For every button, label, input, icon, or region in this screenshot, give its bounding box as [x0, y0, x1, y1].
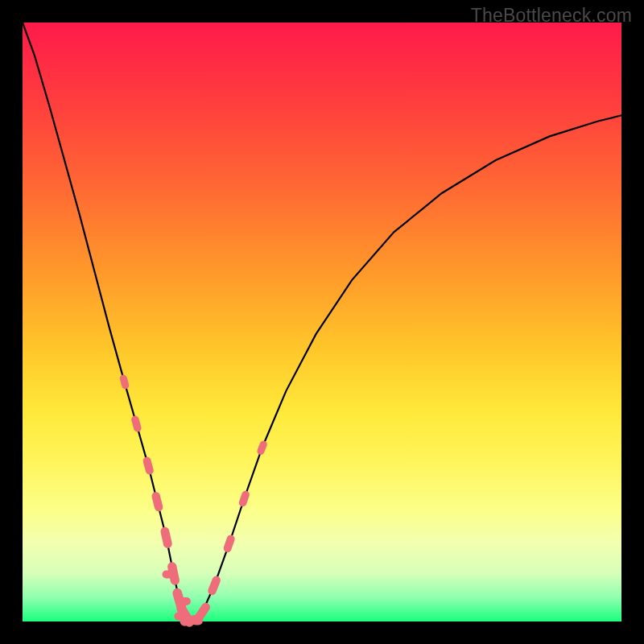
curve-beads — [119, 374, 268, 629]
bead — [163, 571, 174, 579]
bead — [180, 597, 191, 605]
chart-svg — [23, 23, 621, 621]
bead — [119, 374, 130, 390]
bead — [238, 489, 251, 507]
bead — [159, 526, 172, 549]
bead — [142, 456, 155, 475]
bead — [207, 575, 222, 597]
watermark-text: TheBottleneck.com — [471, 5, 632, 27]
bead — [222, 534, 236, 553]
bead — [130, 415, 142, 432]
bead — [151, 491, 163, 512]
bottleneck-curve — [23, 23, 621, 621]
bead — [256, 440, 268, 456]
chart-frame: TheBottleneck.com — [0, 0, 644, 644]
plot-area — [23, 23, 621, 621]
